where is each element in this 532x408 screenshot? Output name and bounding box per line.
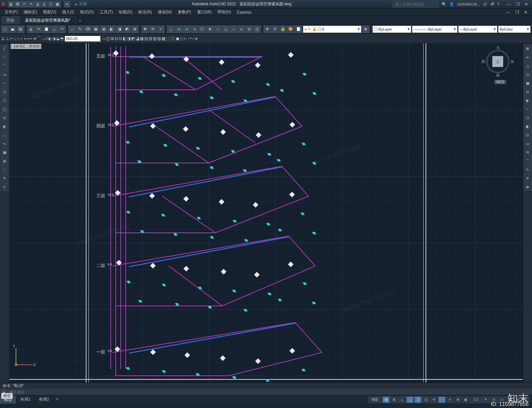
tool-icon[interactable]: ⌫ (84, 26, 92, 33)
command-line[interactable]: ▸ (0, 389, 532, 395)
tool-icon[interactable]: ◫ (253, 26, 261, 33)
menu-view[interactable]: 视图(V) (40, 9, 59, 16)
layer-color-icon[interactable]: 🎨 (287, 26, 295, 33)
dim-icon[interactable]: ≋ (33, 36, 37, 41)
tool-paste-icon[interactable]: 📋 (43, 26, 50, 33)
mod-tool-icon[interactable]: ⊕ (524, 183, 532, 191)
menu-help[interactable]: 帮助(H) (215, 9, 234, 16)
doc-minimize-button[interactable]: — (504, 9, 513, 16)
tool-icon[interactable]: ▭ (175, 26, 183, 33)
tool-icon[interactable]: ◧ (108, 26, 115, 33)
layer-on-icon[interactable]: ☀ (271, 26, 279, 33)
status-icon[interactable]: ◐ (462, 396, 469, 403)
help-icon[interactable]: ? (497, 2, 499, 7)
viewcube-west[interactable]: 西 (481, 59, 485, 64)
menu-edit[interactable]: 编辑(E) (21, 9, 40, 16)
dim-icon[interactable]: ⌒ (37, 36, 41, 41)
mod-tool-icon[interactable]: ◫ (524, 70, 532, 78)
tool-line-icon[interactable]: ╱ (1, 45, 9, 53)
mod-tool-icon[interactable]: ✕ (524, 174, 532, 182)
mod-icon[interactable]: ⬛ (170, 36, 175, 41)
dim-icon[interactable]: ⊢ (10, 36, 13, 41)
dim-icon[interactable]: ◒ (56, 36, 60, 41)
mod-tool-icon[interactable]: △ (524, 62, 532, 70)
tool-text-icon[interactable]: A (1, 183, 9, 191)
status-icon[interactable]: ⊕ (454, 396, 462, 403)
tool-icon[interactable]: ⊞ (131, 26, 139, 33)
mod-icon[interactable]: ◨ (127, 36, 131, 41)
lineweight-dropdown[interactable]: — ByLayer▾ (458, 26, 497, 33)
qat-icon[interactable]: ↶ (21, 1, 27, 7)
user-icon[interactable]: 👤 (449, 2, 454, 7)
mod-icon[interactable]: ⊟ (115, 36, 118, 41)
close-button[interactable]: ✕ (522, 1, 531, 8)
mod-icon[interactable]: ▧ (153, 36, 157, 41)
mod-icon[interactable]: ▨ (157, 36, 161, 41)
layout-tab-1[interactable]: 布局1 (16, 395, 35, 404)
mod-icon[interactable]: ◪ (136, 36, 139, 41)
tool-circle-icon[interactable]: ○ (1, 79, 9, 87)
tool-pan-icon[interactable]: ✥ (142, 26, 149, 33)
qat-icon[interactable]: ⎙ (41, 1, 47, 7)
qat-dropdown-icon[interactable]: ▾ (64, 1, 70, 7)
tool-zoom-icon[interactable]: ⤢ (157, 26, 165, 33)
status-osnap-icon[interactable]: ⊡ (414, 396, 422, 403)
mod-icon[interactable]: • (190, 36, 191, 41)
tool-cut-icon[interactable]: ✂ (35, 26, 42, 33)
status-model[interactable]: 模型 (368, 396, 382, 403)
tab-document[interactable]: 某医院急诊部空调通风图* (20, 16, 75, 24)
tab-new[interactable]: + (76, 18, 84, 24)
menu-tools[interactable]: 工具(T) (97, 9, 115, 16)
mod-tool-icon[interactable]: ⊙ (524, 131, 532, 139)
tool-arc-icon[interactable]: ⌒ (1, 62, 9, 70)
mod-tool-icon[interactable]: ◧ (524, 122, 532, 130)
tool-orbit-icon[interactable]: ⟲ (149, 26, 157, 33)
tool-pentagon-icon[interactable]: ⬠ (1, 96, 9, 104)
dim-icon[interactable]: ∠ (1, 36, 5, 41)
mod-icon[interactable]: ◧ (123, 36, 126, 41)
dim-icon[interactable]: ⌑ (46, 36, 48, 41)
menu-express[interactable]: Express (234, 9, 254, 15)
layer-manage-icon[interactable]: 📑 (295, 26, 302, 33)
menu-dimension[interactable]: 标注(N) (136, 9, 155, 16)
doc-maximize-button[interactable]: ❐ (513, 9, 521, 16)
tool-icon[interactable]: ⬡ (199, 26, 206, 33)
tool-icon[interactable]: ⊕ (206, 26, 214, 33)
mod-icon[interactable]: ▪ (184, 36, 185, 41)
tool-redo-icon[interactable]: ↷ (59, 26, 66, 33)
tool-region-icon[interactable]: ⬚ (1, 166, 9, 174)
dim-icon[interactable]: ⊥ (6, 36, 9, 41)
status-icon[interactable]: ◫ (422, 396, 430, 403)
status-scale[interactable]: 1:1 (470, 396, 481, 403)
color-dropdown[interactable]: ByLayer▾ (372, 26, 412, 33)
viewcube-east[interactable]: 东 (510, 59, 514, 64)
model-badge[interactable]: 模型 (1, 393, 13, 399)
qat-icon[interactable]: 🖨 (35, 1, 41, 7)
maximize-button[interactable]: ❐ (513, 1, 522, 8)
layout-tab-add[interactable]: + (53, 395, 61, 404)
mod-icon[interactable]: ▭ (102, 36, 106, 41)
menu-draw[interactable]: 绘图(D) (116, 9, 135, 16)
help-search-input[interactable] (392, 1, 439, 8)
viewcube-north[interactable]: 北 (496, 45, 500, 50)
doc-close-button[interactable]: ✕ (521, 9, 530, 16)
status-icon[interactable]: ⟲ (430, 396, 438, 403)
user-name[interactable]: 1505999135... (457, 2, 480, 6)
mod-icon[interactable]: ▩ (162, 36, 165, 41)
mod-icon[interactable]: ◫ (106, 36, 110, 41)
search-icon[interactable]: 🔍 (442, 2, 447, 7)
status-snap-icon[interactable]: ⊞ (390, 396, 398, 403)
mod-icon[interactable]: ⊡ (119, 36, 122, 41)
mod-tool-icon[interactable]: ⊞ (524, 45, 532, 53)
dim-icon[interactable]: ◑ (52, 36, 56, 41)
tool-icon[interactable]: ◇ (191, 26, 198, 33)
dim-icon[interactable]: ⌓ (42, 36, 45, 41)
tool-icon[interactable]: ○ (214, 26, 222, 33)
menu-file[interactable]: 文件(F) (2, 9, 20, 16)
layer-lock-icon[interactable]: 🔒 (279, 26, 287, 33)
tool-new-icon[interactable]: ▢ (1, 26, 9, 33)
status-icon[interactable]: ≡ (446, 396, 454, 403)
dim-icon[interactable]: ↕ (17, 36, 19, 41)
qat-icon[interactable]: ↷ (28, 1, 34, 7)
mod-tool-icon[interactable]: ⊡ (524, 88, 532, 96)
